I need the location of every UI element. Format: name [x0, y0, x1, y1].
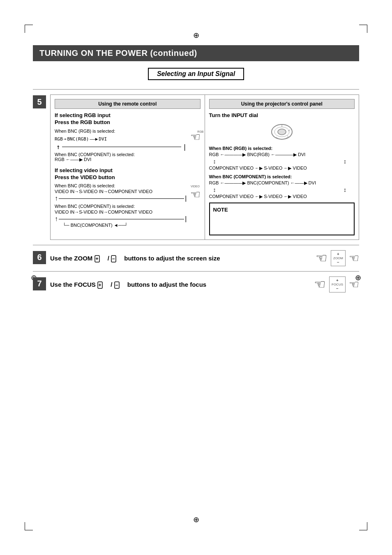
zoom-minus-label: −: [333, 260, 343, 265]
step-7-text: Use the FOCUS + / − buttons to adjust th…: [50, 280, 307, 289]
right-bnc-comp-arrows: ↕ ↕: [209, 187, 355, 193]
step-7-content: Use the FOCUS + / − buttons to adjust th…: [50, 276, 359, 292]
video-bnc-comp-arrows: ↑ |: [55, 215, 187, 223]
section-title: Selecting an Input Signal: [148, 68, 244, 80]
down-arrow5: ↕: [344, 158, 346, 165]
video-bnc-component-label: When BNC (COMPONENT) is selected:: [55, 204, 187, 209]
step5-columns: Using the remote control If selecting RG…: [50, 94, 359, 240]
rgb-label: RGB: [55, 135, 63, 144]
dial-svg: [270, 122, 294, 142]
step-6-icons: ☜ + ZOOM − ☜: [316, 250, 359, 266]
svg-text:+: +: [99, 282, 101, 288]
focus-plus-icon: +: [97, 281, 109, 289]
step-6-number: 6: [33, 251, 46, 264]
zoom-buttons-bold: buttons to adjust the screen size: [124, 255, 220, 262]
focus-label: FOCUS: [332, 283, 343, 286]
video-remote-icon: ☜: [190, 188, 201, 201]
right-column-header: Using the projector's control panel: [209, 99, 355, 109]
right-bnc-rgb-diag1: RGB ←————▶ BNC(RGB) ←————▶ DVI: [209, 152, 355, 157]
bnc-component-left-diagram: RGB ←——▶ DVI: [55, 157, 187, 162]
up-arrow1: ↑: [56, 144, 60, 150]
zoom-label: ZOOM: [333, 256, 343, 260]
video-up-arrows: ↑ |: [55, 195, 187, 202]
left-column-header: Using the remote control: [55, 99, 201, 109]
svg-text:−: −: [115, 282, 118, 288]
page-title: TURNING ON THE POWER (continued): [33, 45, 359, 61]
step-6-text: Use the ZOOM + / − buttons to adjust the…: [50, 254, 309, 263]
focus-panel-hand-icon: ☜: [349, 278, 359, 291]
right-bnc-rgb-arrows: ↕ ↕: [209, 158, 355, 165]
svg-text:−: −: [112, 256, 115, 262]
step-6-content: Use the ZOOM + / − buttons to adjust the…: [50, 250, 359, 266]
zoom-panel: + ZOOM −: [331, 250, 346, 266]
up-arrow2: ↑: [55, 195, 58, 202]
corner2: |: [185, 195, 187, 202]
zoom-panel-hand-icon: ☜: [349, 251, 359, 265]
down-arrow1: |: [183, 144, 187, 150]
dial-title: Turn the INPUT dial: [209, 112, 355, 119]
zoom-bold: ZOOM: [74, 255, 92, 262]
right-bnc-comp-diag2: COMPONENT VIDEO ←▶ S-VIDEO ←▶ VIDEO: [209, 194, 355, 199]
right-bnc-comp-diag1: RGB ←————▶ BNC(COMPONENT) ←——▶ DVI: [209, 180, 355, 186]
corner-mark-br: [359, 522, 367, 530]
focus-panel: + FOCUS −: [329, 276, 346, 292]
video-remote-icon-area: VIDEO ☜: [190, 185, 201, 201]
step5-left-column: Using the remote control If selecting RG…: [51, 95, 205, 240]
note-box: NOTE: [209, 203, 355, 235]
video-bnc-rgb-diagram: VIDEO IN→S-VIDEO IN→COMPONENT VIDEO: [55, 189, 187, 194]
arrow-r2: ——▶: [90, 135, 98, 144]
video-subsection-title: If selecting video inputPress the VIDEO …: [55, 167, 201, 181]
rgb-subsection-title: If selecting RGB inputPress the RGB butt…: [55, 112, 201, 126]
note-title: NOTE: [213, 207, 351, 213]
corner-mark-tl: [25, 25, 33, 33]
svg-text:+: +: [95, 256, 98, 262]
main-content: TURNING ON THE POWER (continued) Selecti…: [33, 45, 359, 297]
zoom-minus-icon: −: [111, 255, 122, 263]
svg-line-5: [287, 136, 289, 137]
video-small-label: VIDEO: [191, 185, 200, 188]
corner-mark-bl: [25, 522, 33, 530]
right-bnc-rgb-label: When BNC (RGB) is selected:: [209, 146, 355, 151]
focus-plus-panel-label: +: [332, 278, 343, 283]
input-dial-area: [209, 122, 355, 143]
bnc-rgb-text: BNC(RGB): [67, 135, 89, 144]
focus-buttons-bold: buttons to adjust the focus: [127, 281, 207, 288]
arrow-r1: →: [64, 135, 67, 144]
rgb-remote-icon: ☜ RGB: [190, 130, 201, 144]
focus-minus-icon: −: [114, 281, 126, 289]
video-bnc-component-diagram: VIDEO IN→S-VIDEO IN→COMPONENT VIDEO: [55, 210, 187, 214]
down-arrow4: ↕: [213, 158, 216, 165]
zoom-remote-hand-icon: ☜: [316, 250, 327, 266]
step-7-number: 7: [33, 277, 46, 290]
crosshair-top: ⊕: [193, 31, 199, 40]
step-5-number: 5: [33, 95, 46, 108]
step-7: 7 Use the FOCUS + / − buttons to adjust …: [33, 271, 359, 297]
focus-bold: FOCUS: [74, 281, 96, 288]
corner3: |: [185, 215, 187, 223]
video-bnc-rgb-label: When BNC (RGB) is selected:: [55, 183, 187, 188]
focus-remote-hand-icon: ☜: [314, 276, 326, 292]
step5-right-column: Using the projector's control panel Turn…: [205, 95, 359, 240]
step-7-icons: ☜ + FOCUS − ☜: [314, 276, 359, 292]
corner-mark-tr: [359, 25, 367, 33]
zoom-plus-label: +: [333, 252, 343, 256]
step-6: 6 Use the ZOOM + / − buttons to adjust t…: [33, 245, 359, 271]
focus-minus-panel-label: −: [332, 286, 343, 291]
step-5: 5 Using the remote control If selecting …: [33, 89, 359, 245]
zoom-plus-icon: +: [95, 255, 106, 263]
rgb-small-label: RGB: [197, 130, 203, 133]
crosshair-bottom: ⊕: [193, 515, 199, 524]
step-7-inline: Use the FOCUS + / − buttons to adjust th…: [50, 276, 359, 292]
right-bnc-component-label: When BNC (COMPONENT) is selected:: [209, 174, 355, 179]
right-bnc-rgb-diag2: COMPONENT VIDEO ←▶ S-VIDEO ←▶ VIDEO: [209, 166, 355, 171]
down-arrow6: ↕: [213, 187, 216, 193]
bnc-rgb-left-label: When BNC (RGB) is selected:: [55, 129, 187, 134]
svg-point-2: [278, 129, 286, 135]
bnc-component-left-label: When BNC (COMPONENT) is selected:: [55, 152, 187, 157]
up-arrow3: ↑: [55, 215, 58, 223]
dvi-label1: DVI: [99, 135, 107, 144]
down-arrow7: ↕: [344, 187, 346, 193]
bnc-rgb-left-diagram: RGB → BNC(RGB) ——▶ DVI ↑ |: [55, 135, 187, 150]
bnc-component-extra: └─ BNC(COMPONENT) ◄──┘: [63, 223, 187, 228]
step-6-inline: Use the ZOOM + / − buttons to adjust the…: [50, 250, 359, 266]
